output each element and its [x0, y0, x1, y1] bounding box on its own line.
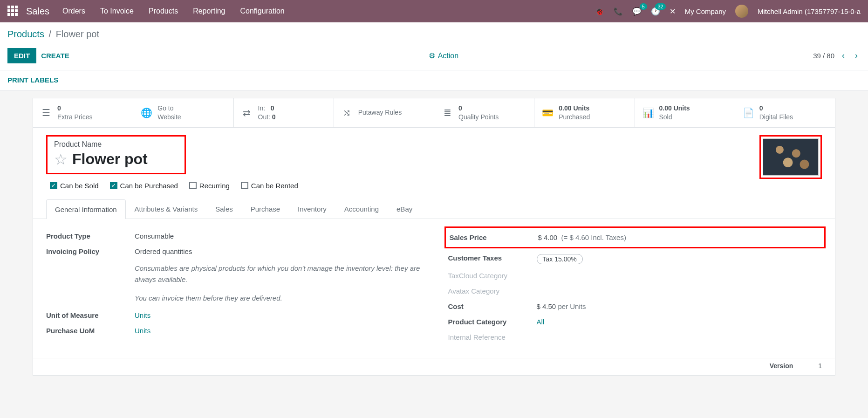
action-label: Action — [438, 52, 458, 60]
main-menu: Orders To Invoice Products Reporting Con… — [62, 7, 595, 15]
bug-icon[interactable]: 🐞 — [595, 7, 604, 16]
checkbox-on-icon: ✓ — [110, 182, 117, 189]
menu-configuration[interactable]: Configuration — [240, 7, 285, 15]
field-product-category: Product Category All — [448, 314, 822, 329]
top-nav: Sales Orders To Invoice Products Reporti… — [0, 0, 868, 22]
pager-text: 39 / 80 — [813, 52, 834, 60]
bars-icon: 📊 — [642, 107, 654, 118]
pager-next[interactable]: › — [852, 51, 861, 61]
sales-price-highlight: Sales Price $ 4.00 (= $ 4.60 Incl. Taxes… — [444, 226, 826, 248]
stat-putaway[interactable]: ⤭ Putaway Rules — [334, 98, 434, 127]
stat-quality[interactable]: ≣ 0Quality Points — [434, 98, 534, 127]
product-name-label: Product Name — [54, 140, 178, 149]
product-name-box: Product Name ☆ Flower pot — [46, 135, 186, 174]
field-avatax-category: Avatax Category — [448, 283, 822, 299]
field-customer-taxes: Customer Taxes Tax 15.00% — [448, 250, 822, 268]
tax-pill[interactable]: Tax 15.00% — [537, 254, 583, 264]
product-image-box — [759, 135, 822, 179]
action-dropdown[interactable]: ⚙Action — [74, 51, 813, 60]
app-brand[interactable]: Sales — [26, 6, 49, 17]
favorite-star-icon[interactable]: ☆ — [54, 151, 68, 168]
pager: 39 / 80 ‹ › — [813, 51, 861, 61]
version-value: 1 — [818, 362, 822, 370]
card-icon: 💳 — [542, 107, 553, 118]
field-uom: Unit of Measure Units — [46, 308, 420, 323]
tools-icon[interactable]: ✕ — [670, 7, 676, 16]
breadcrumb-sep: / — [49, 29, 52, 39]
edit-button[interactable]: EDIT — [7, 48, 36, 63]
form: Product Type Consumable Invoicing Policy… — [33, 219, 835, 358]
breadcrumb: Products / Flower pot — [7, 29, 861, 40]
activity-icon[interactable]: 🕐32 — [651, 7, 660, 16]
create-button[interactable]: CREATE — [36, 48, 74, 63]
list2-icon: ≣ — [442, 107, 453, 118]
messages-icon[interactable]: 💬5 — [632, 7, 642, 16]
print-labels-button[interactable]: PRINT LABELS — [7, 76, 58, 84]
tab-sales[interactable]: Sales — [206, 199, 242, 219]
gear-icon: ⚙ — [429, 52, 435, 60]
stat-extra-prices[interactable]: ☰ 0Extra Prices — [33, 98, 133, 127]
checkbox-off-icon — [189, 182, 197, 189]
tab-attributes-variants[interactable]: Attributes & Variants — [126, 199, 207, 219]
help-consumables-2: You can invoice them before they are del… — [46, 289, 420, 308]
tabs: General Information Attributes & Variant… — [33, 199, 835, 219]
action-row: EDIT CREATE ⚙Action 39 / 80 ‹ › — [0, 43, 868, 70]
product-card: ☰ 0Extra Prices 🌐 Go toWebsite ⇄ In: 0Ou… — [33, 98, 835, 376]
menu-orders[interactable]: Orders — [62, 7, 85, 15]
product-flags: ✓Can be Sold ✓Can be Purchased Recurring… — [33, 174, 835, 193]
version-row: Version 1 — [33, 358, 835, 375]
content: ☰ 0Extra Prices 🌐 Go toWebsite ⇄ In: 0Ou… — [0, 90, 868, 394]
company-selector[interactable]: My Company — [685, 7, 726, 15]
tab-purchase[interactable]: Purchase — [242, 199, 289, 219]
messages-badge: 5 — [640, 3, 647, 10]
field-taxcloud-category: TaxCloud Category — [448, 268, 822, 283]
checkbox-off-icon — [241, 182, 248, 189]
stat-digital-files[interactable]: 📄 0Digital Files — [735, 98, 835, 127]
version-label: Version — [770, 362, 793, 370]
field-invoicing-policy: Invoicing Policy Ordered quantities — [46, 244, 420, 259]
stat-sold[interactable]: 📊 0.00 UnitsSold — [635, 98, 735, 127]
print-row: PRINT LABELS — [0, 70, 868, 90]
check-can-be-purchased[interactable]: ✓Can be Purchased — [110, 182, 178, 190]
tab-general-information[interactable]: General Information — [46, 199, 126, 219]
menu-to-invoice[interactable]: To Invoice — [100, 7, 134, 15]
tab-ebay[interactable]: eBay — [388, 199, 421, 219]
product-name: Flower pot — [72, 151, 148, 168]
check-can-be-sold[interactable]: ✓Can be Sold — [50, 182, 99, 190]
stat-in-out[interactable]: ⇄ In: 0Out: 0 — [234, 98, 334, 127]
field-product-type: Product Type Consumable — [46, 228, 420, 244]
stat-purchased[interactable]: 💳 0.00 UnitsPurchased — [534, 98, 635, 127]
exchange-icon: ⇄ — [241, 107, 253, 118]
stat-website[interactable]: 🌐 Go toWebsite — [133, 98, 233, 127]
breadcrumb-current: Flower pot — [56, 29, 99, 39]
product-header: Product Name ☆ Flower pot — [33, 128, 835, 174]
user-menu[interactable]: Mitchell Admin (17357797-15-0-a — [758, 7, 861, 15]
check-recurring[interactable]: Recurring — [189, 182, 230, 190]
check-can-be-rented[interactable]: Can be Rented — [241, 182, 298, 190]
tab-accounting[interactable]: Accounting — [335, 199, 388, 219]
apps-icon[interactable] — [7, 6, 19, 17]
field-cost: Cost $ 4.50 per Units — [448, 299, 822, 314]
shuffle-icon: ⤭ — [342, 107, 353, 118]
activity-badge: 32 — [655, 3, 665, 10]
pager-prev[interactable]: ‹ — [839, 51, 847, 61]
phone-icon[interactable]: 📞 — [614, 7, 623, 16]
checkbox-on-icon: ✓ — [50, 182, 57, 189]
field-purchase-uom: Purchase UoM Units — [46, 323, 420, 338]
product-image[interactable] — [763, 138, 819, 176]
breadcrumb-row: Products / Flower pot — [0, 22, 868, 43]
field-sales-price: Sales Price $ 4.00 (= $ 4.60 Incl. Taxes… — [450, 230, 821, 245]
form-right: Sales Price $ 4.00 (= $ 4.60 Incl. Taxes… — [448, 228, 822, 345]
menu-reporting[interactable]: Reporting — [193, 7, 225, 15]
help-consumables-1: Consumables are physical products for wh… — [46, 259, 420, 289]
tab-inventory[interactable]: Inventory — [289, 199, 335, 219]
breadcrumb-parent[interactable]: Products — [7, 29, 44, 39]
globe-icon: 🌐 — [141, 107, 152, 118]
stat-row: ☰ 0Extra Prices 🌐 Go toWebsite ⇄ In: 0Ou… — [33, 98, 835, 128]
file-icon: 📄 — [743, 107, 754, 118]
avatar[interactable] — [735, 5, 748, 18]
list-icon: ☰ — [41, 107, 52, 118]
menu-products[interactable]: Products — [149, 7, 178, 15]
field-internal-reference: Internal Reference — [448, 329, 822, 345]
form-left: Product Type Consumable Invoicing Policy… — [46, 228, 420, 345]
